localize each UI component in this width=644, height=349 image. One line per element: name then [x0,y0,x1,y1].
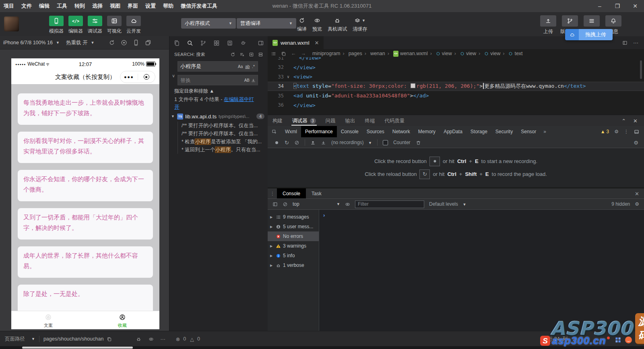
menu-item-0[interactable]: 项目 [0,0,18,12]
record-screen-icon[interactable] [121,39,127,46]
bookmark-icon[interactable] [281,51,286,56]
devtools-tab-Network[interactable]: Network [388,126,414,137]
code-line-36[interactable]: 36 </view> [268,101,644,110]
match-case-icon[interactable]: Aa [238,64,243,69]
fold-chevron-icon[interactable]: ∨ [287,74,293,79]
extensions-icon[interactable] [213,40,220,46]
chevron-expanded-icon[interactable]: ▼ [171,114,175,118]
panel-layout-icon[interactable] [258,40,264,46]
copy-card-1[interactable]: 你别看我平时对你，一副漠不关心的样子，其实背地里说了你很多坏话。 [18,132,153,163]
drag-handle-icon[interactable]: ⋮ [268,191,277,196]
console-filter-No errors[interactable]: No errors [268,231,319,241]
collapse-panel-icon[interactable]: ⌃ [621,118,626,124]
more-actions-icon[interactable]: ⋯ [633,40,638,46]
devtools-tab-Sources[interactable]: Sources [363,126,388,137]
action-button-清缓存[interactable]: ▼ 清缓存 [353,17,367,33]
color-swatch[interactable] [411,83,415,88]
breadcrumb-item-view[interactable]: › view [452,51,476,56]
include-exclude-toggle[interactable]: 指定目录和排除 ▲ [174,88,214,95]
devtools-tab-Wxml[interactable]: Wxml [281,126,301,137]
devtools-tab-Sensor[interactable]: Sensor [517,126,540,137]
menu-item-4[interactable]: 转到 [71,0,89,12]
device-select[interactable]: iPhone 6/7/8 100% 16▼ [0,40,63,45]
panel-tab-调试器[interactable]: 调试器3 [287,115,321,126]
chevron-right-icon[interactable]: ▶ [270,254,274,258]
hot-reload-toggle[interactable]: 热重载 开▼ [63,39,97,46]
device-frame-icon[interactable] [133,39,139,46]
toolbar-button-调试器[interactable]: 调试器 [85,16,105,35]
tab-wenan-wxml[interactable]: <> wenan.wxml ✕ [268,36,324,49]
debug-status-icon[interactable] [136,337,141,342]
console-tab-Console[interactable]: Console [277,188,306,199]
counter-checkbox[interactable] [383,140,388,145]
close-console-icon[interactable]: ✕ [635,191,644,197]
log-levels-select[interactable]: Default levels ▼ [429,201,466,207]
phone-tab-文案[interactable]: 文案 [11,311,85,329]
save-profile-icon[interactable] [321,140,326,145]
git-branch-icon[interactable] [200,40,206,46]
multi-window-icon[interactable] [145,39,151,46]
chevron-right-icon[interactable]: ▶ [270,244,274,248]
search-input[interactable] [180,63,237,70]
close-tab-icon[interactable]: ✕ [315,40,319,46]
panel-tab-代码质量[interactable]: 代码质量 [380,115,410,126]
refresh-icon[interactable] [230,52,235,57]
preview-status-icon[interactable] [149,337,154,342]
collapse-all-icon[interactable] [258,52,263,57]
code-line-33[interactable]: 33 ∨ <view> [268,72,644,82]
menu-item-10[interactable]: 微信开发者工具 [177,0,221,12]
console-prompt[interactable]: › [323,212,325,218]
trash-icon[interactable] [416,140,421,145]
more-status-icon[interactable]: ⋯ [160,336,165,342]
hidden-count-label[interactable]: 9 hidden [611,201,630,207]
console-filter-3 warnings[interactable]: ▶ 3 warnings [268,241,319,251]
user-avatar[interactable] [4,17,19,31]
restore-button[interactable]: ❐ [609,0,626,12]
devtools-settings-icon[interactable]: ⚙ [614,129,619,134]
search-result-2[interactable]: * 检查小程序是否被添加至 「我的... [169,138,268,146]
search-icon[interactable] [187,40,193,46]
orange-app-icon[interactable] [625,337,632,343]
tools-icon[interactable] [240,40,246,46]
devtools-tab-Memory[interactable]: Memory [414,126,440,137]
clear-console-icon[interactable] [283,202,288,207]
console-filter-9 messages[interactable]: ▶ 9 messages [268,212,319,222]
compile-mode-select[interactable]: 普通编译▼ [237,18,296,29]
action-button-预览[interactable]: 预览 [312,17,322,33]
minimize-button[interactable]: – [591,0,609,12]
menu-item-9[interactable]: 帮助 [159,0,177,12]
console-output[interactable]: › [319,210,644,331]
recordings-select[interactable]: (no recordings) ▼ [331,140,372,145]
inspect-element-icon[interactable] [268,129,281,134]
dock-side-icon[interactable] [634,129,639,134]
issues-warning-badge[interactable]: ▲ 3 [601,129,609,134]
chevron-right-icon[interactable]: ▶ [270,225,274,229]
search-result-3[interactable]: * 返回到上一个小程序。只有在当... [169,146,268,154]
outline-list-icon[interactable] [271,51,276,56]
breadcrumb-item-pages[interactable]: › pages [340,51,362,56]
bottom-scrollbar[interactable] [22,347,133,349]
search-result-0[interactable]: /** 要打开的小程序版本。仅在当... [169,122,268,130]
clear-recordings-icon[interactable] [294,140,299,145]
action-button-编译[interactable]: 编译 [297,17,307,33]
files-icon[interactable] [173,40,180,46]
replace-input[interactable] [180,77,243,84]
exit-target-icon[interactable] [138,74,155,80]
toggle-replace-chevron[interactable]: ∨ [172,73,175,78]
console-filter-input[interactable] [355,200,424,208]
preserve-case-icon[interactable]: AB [244,78,250,83]
console-filter-5 info[interactable]: ▶ 5 info [268,251,319,260]
console-filter-1 verbose[interactable]: ▶ 1 verbose [268,260,319,270]
phone-tab-收藏[interactable]: 收藏 [85,311,159,329]
devtools-kebab-icon[interactable]: ⋮ [624,129,629,134]
breadcrumb-item-wenan.wxml[interactable]: › <> wenan.wxml [385,51,428,57]
code-line-32[interactable]: 32 </view> [268,63,644,72]
load-profile-icon[interactable] [310,140,316,145]
context-select[interactable]: top▼ [293,201,340,207]
code-line-31[interactable]: 31 </view> [268,57,644,63]
nav-forward-icon[interactable]: → [301,51,306,56]
breadcrumb-item-view[interactable]: › view [476,51,500,56]
breadcrumb-item-text[interactable]: › text [500,51,522,56]
reload-button-icon[interactable]: ↻ [419,169,430,179]
more-menu-icon[interactable]: ●●● [120,74,138,79]
